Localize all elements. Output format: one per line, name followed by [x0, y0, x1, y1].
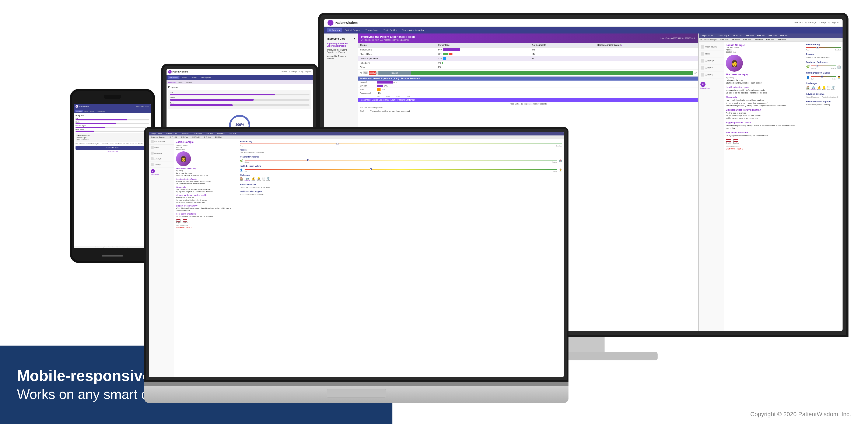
ehr-field-2: EHR field — [757, 35, 765, 37]
tablet-topbar: P PatientWisdom Hi Chris ⚙ Settings ? He… — [166, 69, 313, 75]
laptop-treatment-pref: Treatment Preference 🌿 Natural Me — [240, 156, 562, 163]
laptop-lang-en2: English — [183, 219, 187, 223]
tablet-subnav-history[interactable]: History — [178, 81, 184, 83]
tablet-nav-insight[interactable]: inSIGHT — [189, 76, 199, 79]
phone-nav-dashboard[interactable]: Dashboard — [75, 110, 83, 112]
tablet-nav-dashboard[interactable]: Dashboard — [168, 76, 180, 79]
nav-patient-review[interactable]: Patient Review — [343, 28, 363, 32]
tablet-progress-health: Health — [170, 97, 309, 101]
laptop-transport-icon: 🚌 — [246, 177, 249, 180]
laptop-tp-slider[interactable] — [245, 160, 557, 161]
laptop-pw-logo: P PatientWisdom — [149, 167, 174, 177]
tablet-nav: Dashboard Stories inSIGHT VRResponse — [166, 75, 313, 80]
section-biggest-barriers: Biggest barriers to staying healthy — [726, 109, 802, 111]
laptop-hr-thumb[interactable] — [336, 143, 339, 145]
activity-w[interactable]: Activity W — [699, 58, 724, 64]
section-health-priorities: Health priorities / goals — [726, 86, 802, 89]
worker-icon: 👷 — [822, 86, 826, 89]
subtheme-row: Clinician 24% — [358, 84, 698, 88]
ehr-center-panel: Jackie Sample Call me: Jackie Age: 31 Bo… — [724, 42, 804, 331]
hi-chris: Hi Chris — [795, 21, 803, 24]
logout-link[interactable]: ⊙ Log Out — [828, 21, 839, 24]
section-biggest-pressure: Biggest pressure / worry — [726, 122, 802, 124]
subtheme-row: Recommend 1% — [358, 91, 698, 95]
activity-notes[interactable]: Notes — [699, 51, 724, 58]
challenges-title: Challenges — [806, 82, 841, 85]
phone-nav-stories[interactable]: Stories — [83, 110, 89, 112]
treatment-pref-section: Treatment Preference 🌿 — [806, 61, 841, 69]
activity-y[interactable]: Activity Y — [699, 71, 724, 78]
laptop-center: Jackie Sample Call me: Jackie Age: 31 Bo… — [174, 139, 238, 377]
treatment-thumb[interactable] — [816, 65, 818, 67]
laptop-challenge-safety: 🛡️ Safety — [267, 177, 270, 181]
laptop-tp-thumb[interactable] — [307, 159, 309, 161]
laptop-touchpad[interactable] — [327, 389, 386, 397]
phone-complete-button[interactable]: Complete My Stories — [75, 146, 149, 150]
laptop-hd-thumb[interactable] — [370, 168, 372, 170]
phone-frame: P PatientWisdom Settings Help Log Out Da… — [70, 89, 155, 263]
phone-logo: P PatientWisdom — [75, 105, 89, 108]
settings-link[interactable]: ⚙ Settings — [805, 21, 816, 24]
app-nav: ▦ Reports Patient Review ThemeNater Topi… — [324, 27, 842, 33]
help-link[interactable]: ? Help — [819, 21, 826, 24]
subtheme-row: Staff 14% — [358, 88, 698, 91]
activity-chart-review[interactable]: Chart Review — [699, 43, 724, 51]
laptop-app: Sample, Jackie Female 31 y.o. 08/16/2017… — [149, 132, 564, 377]
decision-slider[interactable] — [811, 76, 836, 77]
table-row: Clinical Care 20% 147 — [358, 52, 698, 56]
nav-system-admin[interactable]: System Administration — [400, 28, 427, 32]
sidebar-item-making-life[interactable]: Making Life Easier for Patients — [324, 54, 358, 61]
table-row: Other 2% — [358, 65, 698, 69]
laptop-hr-slider[interactable] — [240, 143, 562, 144]
tablet-subnav-settings[interactable]: Settings — [186, 81, 192, 83]
nav-topic-builder[interactable]: Topic Builder — [381, 28, 399, 32]
patient-photo: 👩 — [726, 55, 743, 72]
self-icon: 👤 — [806, 76, 810, 79]
lang-badge-english-1: English — [726, 139, 732, 144]
phone-nav-insight[interactable]: inSIGHT — [90, 110, 96, 112]
nav-themenater[interactable]: ThemeNater — [363, 28, 380, 32]
treatment-slider[interactable] — [811, 66, 836, 66]
laptop-activity-y[interactable]: Activity Y — [149, 162, 174, 167]
tablet-subnav-progress[interactable]: Progress — [168, 81, 176, 83]
laptop-activity-x[interactable]: Activity X — [149, 156, 174, 162]
phone-nav: Dashboard Stories inSIGHT VRResponse — [74, 109, 151, 113]
ehr-field-3: EHR field — [769, 35, 777, 37]
sentiment-bar: Negative 1 Neutral — [369, 71, 693, 75]
laptop-patient-name-big: Jackie Sample — [176, 140, 236, 143]
laptop-activity-w[interactable]: Activity W — [149, 150, 174, 156]
laptop-ehr-f2: EHR field — [206, 133, 213, 135]
phone-add-btn[interactable]: + Add New Story — [75, 151, 149, 152]
laptop-activity-chart-review[interactable]: Chart Review — [149, 139, 174, 144]
ehr-field-4: EHR field — [780, 35, 788, 37]
tablet-nav-stories[interactable]: Stories — [180, 76, 189, 79]
laptop-challenges: Challenges 🏠 Home 🚌 Transport — [240, 174, 562, 181]
col-segments: # of Segments — [530, 43, 596, 47]
laptop-hd-slider[interactable] — [245, 169, 557, 170]
challenge-icons: 🏠 Home 🚌 Transport 💰 — [806, 86, 841, 90]
sidebar-item-people[interactable]: Improving the Patient Experience: People — [324, 41, 358, 48]
health-rating-thumb[interactable] — [816, 46, 818, 48]
laptop-activity-notes[interactable]: Notes — [149, 144, 174, 150]
sidebar-item-places[interactable]: Improving the Patient Experience: Places — [324, 48, 358, 54]
health-support-section: Health Decision Support Marc Sample [spo… — [806, 100, 841, 105]
phone-home-bar — [102, 255, 123, 257]
patient-name-header: Sample, Jackie — [701, 35, 713, 37]
activity-x[interactable]: Activity X — [699, 64, 724, 71]
laptop-ehr-f1: EHR field — [194, 133, 202, 135]
phone-section-title: Progress — [75, 115, 149, 117]
tablet-nav-vrresponse[interactable]: VRResponse — [199, 76, 213, 79]
laptop-advance-directive: Advance Directive I do not have one — Re… — [240, 184, 562, 188]
phone-nav-vrresponse[interactable]: VRResponse — [96, 110, 106, 112]
laptop-patient-photo: 👩 — [176, 151, 191, 166]
report-table: Theme Percentage # of Segments Demograph… — [358, 43, 698, 69]
health-rating-slider[interactable] — [806, 47, 841, 48]
lang-badge-english-2: English — [733, 139, 739, 144]
decision-thumb[interactable] — [821, 75, 823, 77]
subtheme-header: SubThemes: Overall Experience [Staff] - … — [358, 76, 698, 80]
nav-reports[interactable]: ▦ Reports — [327, 28, 342, 32]
ehr-main: Chart Review Notes — [699, 42, 842, 331]
col-theme: Theme — [358, 43, 436, 47]
language-badges: English English — [726, 139, 802, 144]
laptop-self-icon: 👤 — [240, 168, 243, 171]
